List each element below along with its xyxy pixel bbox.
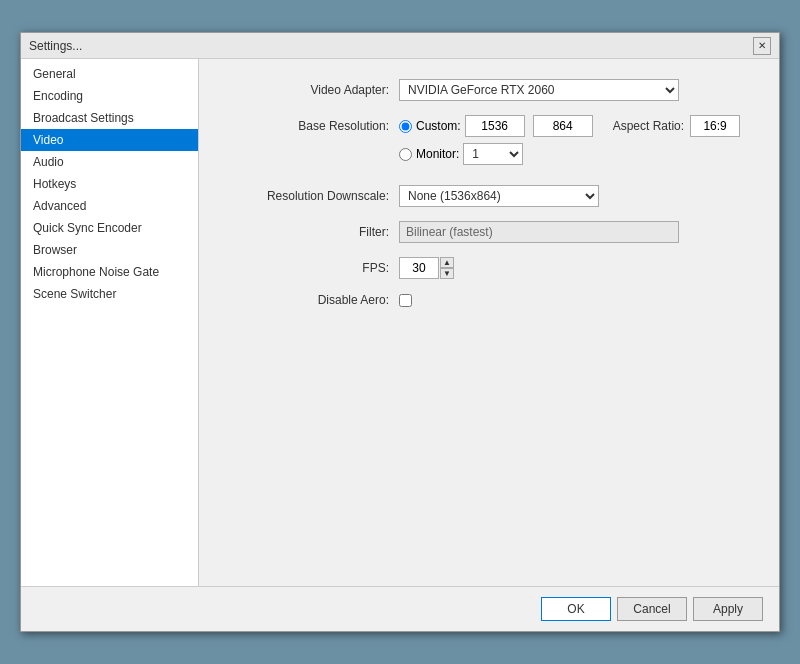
settings-dialog: Settings... ✕ General Encoding Broadcast… — [20, 32, 780, 632]
disable-aero-row: Disable Aero: — [229, 293, 749, 307]
video-adapter-group: NVIDIA GeForce RTX 2060 — [399, 79, 749, 101]
monitor-select[interactable]: 1 — [463, 143, 523, 165]
title-bar: Settings... ✕ — [21, 33, 779, 59]
height-input[interactable] — [533, 115, 593, 137]
sidebar-item-encoding[interactable]: Encoding — [21, 85, 198, 107]
dialog-body: General Encoding Broadcast Settings Vide… — [21, 59, 779, 586]
resolution-downscale-label: Resolution Downscale: — [229, 189, 389, 203]
video-adapter-label: Video Adapter: — [229, 83, 389, 97]
filter-input — [399, 221, 679, 243]
aspect-ratio-input[interactable] — [690, 115, 740, 137]
video-adapter-select[interactable]: NVIDIA GeForce RTX 2060 — [399, 79, 679, 101]
base-resolution-group: Custom: Aspect Ratio: Monitor: — [399, 115, 740, 171]
close-button[interactable]: ✕ — [753, 37, 771, 55]
dialog-title: Settings... — [29, 39, 82, 53]
base-resolution-row: Base Resolution: Custom: Aspect Ratio: — [229, 115, 749, 171]
fps-label: FPS: — [229, 261, 389, 275]
sidebar-item-advanced[interactable]: Advanced — [21, 195, 198, 217]
downscale-group: None (1536x864) — [399, 185, 749, 207]
downscale-select[interactable]: None (1536x864) — [399, 185, 599, 207]
sidebar-item-audio[interactable]: Audio — [21, 151, 198, 173]
fps-group: ▲ ▼ — [399, 257, 454, 279]
custom-radio-row: Custom: Aspect Ratio: — [399, 115, 740, 137]
monitor-radio[interactable] — [399, 148, 412, 161]
fps-row: FPS: ▲ ▼ — [229, 257, 749, 279]
sidebar-item-microphone-noise-gate[interactable]: Microphone Noise Gate — [21, 261, 198, 283]
apply-button[interactable]: Apply — [693, 597, 763, 621]
sidebar-item-scene-switcher[interactable]: Scene Switcher — [21, 283, 198, 305]
sidebar-item-video[interactable]: Video — [21, 129, 198, 151]
sidebar-item-hotkeys[interactable]: Hotkeys — [21, 173, 198, 195]
video-adapter-row: Video Adapter: NVIDIA GeForce RTX 2060 — [229, 79, 749, 101]
sidebar-item-browser[interactable]: Browser — [21, 239, 198, 261]
resolution-downscale-row: Resolution Downscale: None (1536x864) — [229, 185, 749, 207]
res-inputs: Aspect Ratio: — [465, 115, 740, 137]
sidebar-item-quick-sync-encoder[interactable]: Quick Sync Encoder — [21, 217, 198, 239]
dialog-footer: OK Cancel Apply — [21, 586, 779, 631]
fps-spinner: ▲ ▼ — [440, 257, 454, 279]
filter-group — [399, 221, 749, 243]
monitor-radio-row: Monitor: 1 — [399, 143, 740, 165]
width-input[interactable] — [465, 115, 525, 137]
cancel-button[interactable]: Cancel — [617, 597, 687, 621]
ok-button[interactable]: OK — [541, 597, 611, 621]
monitor-radio-label: Monitor: — [416, 147, 459, 161]
custom-radio[interactable] — [399, 120, 412, 133]
aspect-ratio-label: Aspect Ratio: — [613, 119, 684, 133]
sidebar-item-broadcast-settings[interactable]: Broadcast Settings — [21, 107, 198, 129]
custom-radio-label: Custom: — [416, 119, 461, 133]
content-panel: Video Adapter: NVIDIA GeForce RTX 2060 B… — [199, 59, 779, 586]
base-resolution-label: Base Resolution: — [229, 115, 389, 133]
fps-input[interactable] — [399, 257, 439, 279]
filter-row: Filter: — [229, 221, 749, 243]
disable-aero-label: Disable Aero: — [229, 293, 389, 307]
filter-label: Filter: — [229, 225, 389, 239]
sidebar: General Encoding Broadcast Settings Vide… — [21, 59, 199, 586]
fps-increment-button[interactable]: ▲ — [440, 257, 454, 268]
sidebar-item-general[interactable]: General — [21, 63, 198, 85]
fps-decrement-button[interactable]: ▼ — [440, 268, 454, 279]
disable-aero-checkbox[interactable] — [399, 294, 412, 307]
